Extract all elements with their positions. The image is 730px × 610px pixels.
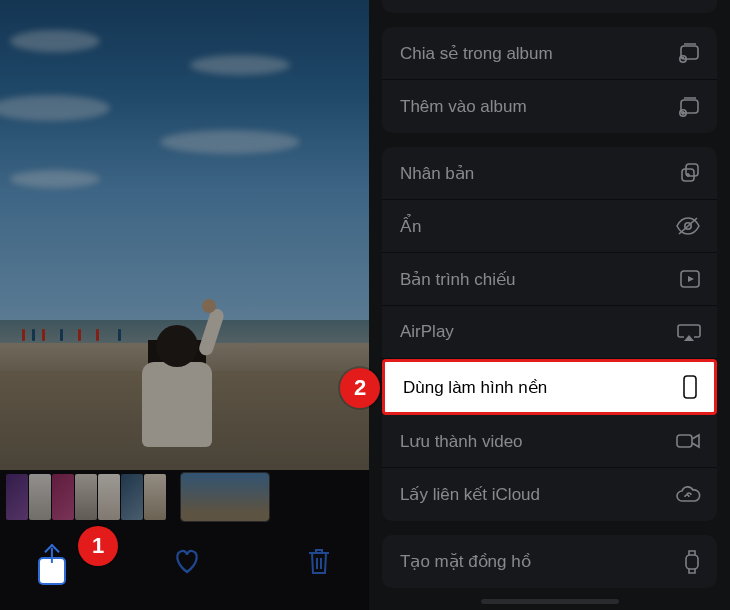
eye-slash-icon: [675, 216, 701, 236]
menu-item-use-as-wallpaper[interactable]: Dùng làm hình nền: [382, 359, 717, 415]
menu-item-add-to-album[interactable]: Thêm vào album: [382, 80, 717, 133]
thumbnail-item[interactable]: [29, 474, 51, 520]
thumbnail-item[interactable]: [144, 474, 166, 520]
cloud-link-icon: [675, 486, 701, 504]
menu-item-copy-photo[interactable]: Sao chép ảnh: [382, 0, 717, 13]
svg-point-4: [682, 57, 684, 59]
menu-item-label: Nhân bản: [400, 163, 474, 184]
annotation-badge-2: 2: [340, 368, 380, 408]
menu-item-icloud-link[interactable]: Lấy liên kết iCloud: [382, 468, 717, 521]
thumbnail-item[interactable]: [121, 474, 143, 520]
duplicate-icon: [679, 162, 701, 184]
menu-item-label: Ẩn: [400, 216, 421, 237]
play-square-icon: [679, 269, 701, 289]
thumbnail-item[interactable]: [6, 474, 28, 520]
svg-rect-13: [686, 555, 698, 569]
menu-item-label: Dùng làm hình nền: [403, 377, 547, 398]
menu-item-duplicate[interactable]: Nhân bản: [382, 147, 717, 200]
share-button[interactable]: [28, 537, 76, 585]
trash-button[interactable]: [297, 539, 341, 583]
trash-icon: [306, 546, 332, 576]
menu-item-airplay[interactable]: AirPlay: [382, 306, 717, 359]
share-icon: [38, 557, 66, 585]
thumbnail-selected[interactable]: [181, 473, 269, 521]
menu-item-label: Chia sẻ trong album: [400, 43, 553, 64]
thumbnail-strip[interactable]: [0, 470, 369, 524]
menu-item-share-in-album[interactable]: Chia sẻ trong album: [382, 27, 717, 80]
menu-item-label: Lưu thành video: [400, 431, 523, 452]
album-add-icon: [677, 96, 701, 118]
photo-preview[interactable]: [0, 0, 369, 470]
share-sheet-panel: Sao chép ảnh Chia sẻ trong album: [369, 0, 730, 610]
menu-item-label: Thêm vào album: [400, 97, 527, 117]
phone-outline-icon: [682, 374, 698, 400]
thumbnail-item[interactable]: [98, 474, 120, 520]
menu-item-label: Bản trình chiếu: [400, 269, 515, 290]
photo-viewer-panel: [0, 0, 369, 610]
menu-item-label: Tạo mặt đồng hồ: [400, 551, 531, 572]
home-indicator: [481, 599, 619, 604]
airplay-icon: [677, 322, 701, 342]
annotation-badge-1: 1: [78, 526, 118, 566]
menu-item-label: AirPlay: [400, 322, 454, 342]
thumbnail-item[interactable]: [75, 474, 97, 520]
svg-rect-12: [677, 435, 692, 447]
menu-item-create-watch-face[interactable]: Tạo mặt đồng hồ: [382, 535, 717, 588]
menu-item-save-as-video[interactable]: Lưu thành video: [382, 415, 717, 468]
photo-content: [0, 0, 369, 470]
watch-icon: [683, 549, 701, 575]
menu-item-hide[interactable]: Ẩn: [382, 200, 717, 253]
video-icon: [675, 432, 701, 450]
photo-toolbar: [0, 524, 369, 610]
thumbnail-item[interactable]: [52, 474, 74, 520]
heart-icon: [172, 547, 202, 575]
menu-item-slideshow[interactable]: Bản trình chiếu: [382, 253, 717, 306]
album-share-icon: [677, 42, 701, 64]
svg-rect-11: [684, 376, 696, 398]
favorite-button[interactable]: [165, 539, 209, 583]
menu-item-label: Lấy liên kết iCloud: [400, 484, 540, 505]
